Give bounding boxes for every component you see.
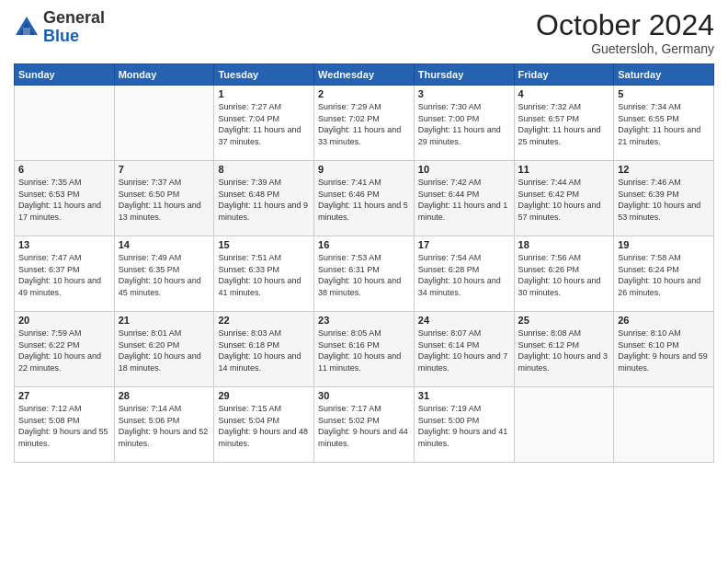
day-number: 15 xyxy=(218,239,310,250)
day-info: Sunrise: 7:53 AM Sunset: 6:31 PM Dayligh… xyxy=(318,252,410,298)
weekday-header-row: SundayMondayTuesdayWednesdayThursdayFrid… xyxy=(15,64,714,86)
calendar-cell: 13Sunrise: 7:47 AM Sunset: 6:37 PM Dayli… xyxy=(15,236,115,312)
calendar-cell: 27Sunrise: 7:12 AM Sunset: 5:08 PM Dayli… xyxy=(15,387,115,463)
day-number: 18 xyxy=(518,239,610,250)
day-info: Sunrise: 8:05 AM Sunset: 6:16 PM Dayligh… xyxy=(318,327,410,373)
calendar-cell: 21Sunrise: 8:01 AM Sunset: 6:20 PM Dayli… xyxy=(114,312,214,387)
day-info: Sunrise: 7:12 AM Sunset: 5:08 PM Dayligh… xyxy=(18,403,110,449)
title-block: October 2024 Guetersloh, Germany xyxy=(536,9,714,56)
day-number: 12 xyxy=(618,164,710,175)
day-number: 19 xyxy=(618,239,710,250)
calendar-cell: 5Sunrise: 7:34 AM Sunset: 6:55 PM Daylig… xyxy=(614,86,714,161)
weekday-header-friday: Friday xyxy=(514,64,614,86)
weekday-header-wednesday: Wednesday xyxy=(314,64,415,86)
logo-blue-text: Blue xyxy=(43,27,79,45)
day-number: 28 xyxy=(119,390,210,401)
calendar-cell: 29Sunrise: 7:15 AM Sunset: 5:04 PM Dayli… xyxy=(214,387,314,463)
day-number: 24 xyxy=(418,315,510,326)
logo: General Blue xyxy=(14,9,105,46)
day-number: 16 xyxy=(318,239,410,250)
day-info: Sunrise: 7:51 AM Sunset: 6:33 PM Dayligh… xyxy=(218,252,310,298)
day-number: 6 xyxy=(18,164,110,175)
calendar-cell: 25Sunrise: 8:08 AM Sunset: 6:12 PM Dayli… xyxy=(514,312,614,387)
week-row-3: 20Sunrise: 7:59 AM Sunset: 6:22 PM Dayli… xyxy=(15,312,714,387)
weekday-header-monday: Monday xyxy=(114,64,214,86)
calendar-cell: 16Sunrise: 7:53 AM Sunset: 6:31 PM Dayli… xyxy=(314,236,415,312)
day-number: 8 xyxy=(218,164,310,175)
day-number: 29 xyxy=(218,390,310,401)
weekday-header-saturday: Saturday xyxy=(614,64,714,86)
day-number: 9 xyxy=(318,164,410,175)
day-info: Sunrise: 7:37 AM Sunset: 6:50 PM Dayligh… xyxy=(119,177,210,223)
calendar-cell: 30Sunrise: 7:17 AM Sunset: 5:02 PM Dayli… xyxy=(314,387,415,463)
week-row-2: 13Sunrise: 7:47 AM Sunset: 6:37 PM Dayli… xyxy=(15,236,714,312)
day-info: Sunrise: 7:47 AM Sunset: 6:37 PM Dayligh… xyxy=(18,252,110,298)
day-info: Sunrise: 7:44 AM Sunset: 6:42 PM Dayligh… xyxy=(518,177,610,223)
calendar-cell: 7Sunrise: 7:37 AM Sunset: 6:50 PM Daylig… xyxy=(114,161,214,236)
day-info: Sunrise: 7:32 AM Sunset: 6:57 PM Dayligh… xyxy=(518,101,610,147)
day-number: 13 xyxy=(18,239,110,250)
calendar-cell: 14Sunrise: 7:49 AM Sunset: 6:35 PM Dayli… xyxy=(114,236,214,312)
calendar-table: SundayMondayTuesdayWednesdayThursdayFrid… xyxy=(14,63,714,463)
calendar-cell xyxy=(114,86,214,161)
day-info: Sunrise: 7:49 AM Sunset: 6:35 PM Dayligh… xyxy=(119,252,210,298)
day-info: Sunrise: 8:10 AM Sunset: 6:10 PM Dayligh… xyxy=(618,327,710,373)
day-info: Sunrise: 7:42 AM Sunset: 6:44 PM Dayligh… xyxy=(418,177,510,223)
calendar-cell: 24Sunrise: 8:07 AM Sunset: 6:14 PM Dayli… xyxy=(414,312,514,387)
day-number: 30 xyxy=(318,390,410,401)
day-number: 3 xyxy=(418,88,510,99)
calendar-cell: 31Sunrise: 7:19 AM Sunset: 5:00 PM Dayli… xyxy=(414,387,514,463)
day-info: Sunrise: 7:41 AM Sunset: 6:46 PM Dayligh… xyxy=(318,177,410,223)
calendar-cell: 22Sunrise: 8:03 AM Sunset: 6:18 PM Dayli… xyxy=(214,312,314,387)
logo-icon xyxy=(14,15,40,40)
calendar-cell: 19Sunrise: 7:58 AM Sunset: 6:24 PM Dayli… xyxy=(614,236,714,312)
calendar-cell: 8Sunrise: 7:39 AM Sunset: 6:48 PM Daylig… xyxy=(214,161,314,236)
week-row-4: 27Sunrise: 7:12 AM Sunset: 5:08 PM Dayli… xyxy=(15,387,714,463)
day-info: Sunrise: 7:46 AM Sunset: 6:39 PM Dayligh… xyxy=(618,177,710,223)
calendar-cell xyxy=(15,86,115,161)
day-number: 5 xyxy=(618,88,710,99)
day-info: Sunrise: 7:17 AM Sunset: 5:02 PM Dayligh… xyxy=(318,403,410,449)
day-number: 23 xyxy=(318,315,410,326)
month-title: October 2024 xyxy=(536,9,714,41)
calendar-cell: 17Sunrise: 7:54 AM Sunset: 6:28 PM Dayli… xyxy=(414,236,514,312)
logo-text: General Blue xyxy=(43,9,105,46)
calendar-cell: 4Sunrise: 7:32 AM Sunset: 6:57 PM Daylig… xyxy=(514,86,614,161)
calendar-cell: 28Sunrise: 7:14 AM Sunset: 5:06 PM Dayli… xyxy=(114,387,214,463)
day-number: 25 xyxy=(518,315,610,326)
calendar-cell: 23Sunrise: 8:05 AM Sunset: 6:16 PM Dayli… xyxy=(314,312,415,387)
day-info: Sunrise: 7:15 AM Sunset: 5:04 PM Dayligh… xyxy=(218,403,310,449)
calendar-cell: 20Sunrise: 7:59 AM Sunset: 6:22 PM Dayli… xyxy=(15,312,115,387)
svg-rect-2 xyxy=(23,28,30,35)
header: General Blue October 2024 Guetersloh, Ge… xyxy=(14,9,714,56)
calendar-cell: 18Sunrise: 7:56 AM Sunset: 6:26 PM Dayli… xyxy=(514,236,614,312)
day-number: 22 xyxy=(218,315,310,326)
day-number: 4 xyxy=(518,88,610,99)
calendar-cell: 1Sunrise: 7:27 AM Sunset: 7:04 PM Daylig… xyxy=(214,86,314,161)
page: General Blue October 2024 Guetersloh, Ge… xyxy=(0,0,728,563)
day-info: Sunrise: 7:27 AM Sunset: 7:04 PM Dayligh… xyxy=(218,101,310,147)
day-number: 2 xyxy=(318,88,410,99)
day-info: Sunrise: 8:07 AM Sunset: 6:14 PM Dayligh… xyxy=(418,327,510,373)
day-info: Sunrise: 7:59 AM Sunset: 6:22 PM Dayligh… xyxy=(18,327,110,373)
day-info: Sunrise: 7:29 AM Sunset: 7:02 PM Dayligh… xyxy=(318,101,410,147)
calendar-cell: 9Sunrise: 7:41 AM Sunset: 6:46 PM Daylig… xyxy=(314,161,415,236)
calendar-cell: 12Sunrise: 7:46 AM Sunset: 6:39 PM Dayli… xyxy=(614,161,714,236)
weekday-header-tuesday: Tuesday xyxy=(214,64,314,86)
weekday-header-thursday: Thursday xyxy=(414,64,514,86)
day-number: 1 xyxy=(218,88,310,99)
day-number: 20 xyxy=(18,315,110,326)
day-number: 14 xyxy=(119,239,210,250)
calendar-cell: 10Sunrise: 7:42 AM Sunset: 6:44 PM Dayli… xyxy=(414,161,514,236)
day-number: 26 xyxy=(618,315,710,326)
day-number: 31 xyxy=(418,390,510,401)
day-number: 21 xyxy=(119,315,210,326)
day-number: 27 xyxy=(18,390,110,401)
calendar-cell: 2Sunrise: 7:29 AM Sunset: 7:02 PM Daylig… xyxy=(314,86,415,161)
calendar-cell: 26Sunrise: 8:10 AM Sunset: 6:10 PM Dayli… xyxy=(614,312,714,387)
day-number: 7 xyxy=(119,164,210,175)
day-info: Sunrise: 7:34 AM Sunset: 6:55 PM Dayligh… xyxy=(618,101,710,147)
calendar-cell: 6Sunrise: 7:35 AM Sunset: 6:53 PM Daylig… xyxy=(15,161,115,236)
day-number: 10 xyxy=(418,164,510,175)
subtitle: Guetersloh, Germany xyxy=(536,41,714,56)
